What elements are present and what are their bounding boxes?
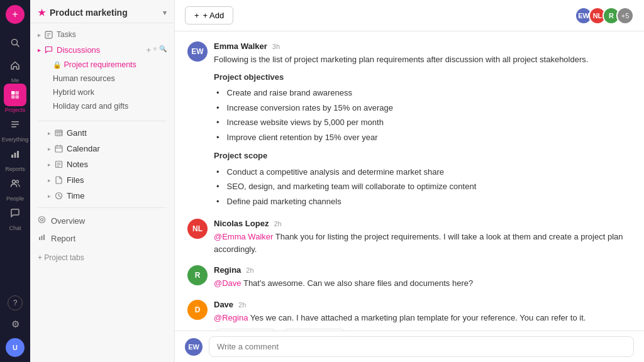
discussions-label: Discussions	[57, 45, 100, 55]
svg-rect-11	[17, 151, 19, 158]
lock-icon: 🔒	[53, 61, 62, 69]
svg-rect-22	[55, 146, 62, 152]
sidebar-item-notes[interactable]: ▸ Notes	[30, 156, 174, 172]
dave-mention: @Regina	[214, 313, 248, 322]
everything-icon[interactable]	[4, 113, 26, 136]
nicolas-message-header: Nicolas Lopez 2h	[214, 219, 631, 228]
regina-message-header: Regina 2h	[214, 265, 631, 275]
home-label: Me	[11, 77, 19, 84]
list-item: Define paid marketing channels	[216, 194, 631, 209]
discussions-actions: + ▿ 🔍	[146, 45, 167, 55]
sidebar-item-calendar[interactable]: ▸ Calendar	[30, 141, 174, 156]
settings-icon[interactable]: ⚙	[4, 313, 26, 336]
report-label: Report	[51, 234, 75, 243]
notes-label: Notes	[67, 160, 88, 169]
list-item: Conduct a competitive analysis and deter…	[216, 165, 631, 180]
svg-rect-8	[11, 126, 16, 128]
svg-line-1	[17, 45, 19, 47]
home-icon[interactable]	[4, 54, 26, 77]
report-icon	[38, 233, 46, 243]
discussions-item[interactable]: ▸ Discussions + ▿ 🔍	[30, 42, 174, 58]
message-nicolas: NL Nicolas Lopez 2h @Emma Walker Thank y…	[187, 219, 631, 255]
dave-time: 2h	[238, 301, 246, 309]
nicolas-mention: @Emma Walker	[214, 232, 273, 241]
svg-point-33	[39, 217, 45, 223]
svg-rect-37	[43, 234, 45, 240]
svg-rect-9	[11, 155, 13, 158]
sidebar-item-hybrid-work[interactable]: Hybrid work	[30, 85, 174, 99]
icon-bar: + Me Projects Everything Repo	[0, 0, 30, 362]
nicolas-message-content: Nicolas Lopez 2h @Emma Walker Thank you …	[214, 219, 631, 255]
regina-mention: @Dave	[214, 278, 242, 288]
help-icon[interactable]: ?	[8, 295, 23, 310]
sidebar-item-project-requirements[interactable]: 🔒 Project requirements	[30, 58, 174, 72]
sidebar-project-header[interactable]: ★ Product marketing ▾	[30, 0, 174, 23]
add-discussion-icon[interactable]: +	[146, 45, 151, 55]
chevron-right-icon: ▸	[38, 31, 41, 38]
svg-rect-7	[11, 124, 19, 125]
comment-input[interactable]	[217, 342, 626, 351]
add-button[interactable]: + + Add	[185, 6, 233, 25]
regina-message-text: @Dave That's awesome. Can we also share …	[214, 277, 631, 290]
current-user-avatar: EW	[185, 338, 203, 356]
tasks-header[interactable]: ▸ Tasks	[30, 27, 174, 42]
sidebar-item-human-resources[interactable]: Human resources	[30, 72, 174, 85]
tasks-section: ▸ Tasks ▸ Discussions + ▿ 🔍 🔒 Project re…	[30, 23, 174, 117]
projects-label: Projects	[5, 107, 26, 113]
project-name: Product marketing	[50, 8, 128, 18]
create-button[interactable]: +	[6, 5, 25, 24]
add-project-tabs[interactable]: + Project tabs	[30, 250, 174, 266]
overview-icon	[38, 216, 46, 226]
filter-icon[interactable]: ▿	[153, 45, 157, 55]
projects-icon[interactable]	[4, 84, 26, 106]
sidebar-item-gantt[interactable]: ▸ Gantt	[30, 125, 174, 141]
chat-icon[interactable]	[4, 202, 26, 224]
main-content: + + Add EW NL R +5 EW Emma Walker 3h Fol…	[175, 0, 644, 362]
nicolas-avatar: NL	[187, 219, 208, 239]
chat-area: EW Emma Walker 3h Following is the list …	[175, 31, 644, 331]
user-avatar[interactable]: U	[6, 338, 25, 357]
sidebar-item-time[interactable]: ▸ Time	[30, 188, 174, 204]
sidebar: ★ Product marketing ▾ ▸ Tasks ▸ Discussi…	[30, 0, 175, 362]
gantt-label: Gantt	[67, 128, 87, 138]
reports-icon[interactable]	[4, 143, 26, 165]
regina-message-content: Regina 2h @Dave That's awesome. Can we a…	[214, 265, 631, 290]
section2-title: Project scope	[214, 150, 631, 162]
calendar-label: Calendar	[67, 144, 100, 153]
svg-rect-36	[42, 236, 43, 240]
avatar-count: +5	[616, 7, 634, 25]
emma-time: 3h	[272, 43, 280, 50]
message-regina: R Regina 2h @Dave That's awesome. Can we…	[187, 265, 631, 290]
people-icon[interactable]	[4, 172, 26, 195]
svg-rect-4	[11, 96, 15, 99]
regina-author: Regina	[214, 265, 241, 275]
search-discussion-icon[interactable]: 🔍	[159, 45, 167, 55]
tasks-label: Tasks	[57, 30, 76, 39]
header-avatars: EW NL R +5	[579, 7, 634, 25]
sidebar-item-report[interactable]: Report	[30, 229, 174, 247]
time-chevron-icon: ▸	[48, 193, 51, 199]
emma-message-content: Emma Walker 3h Following is the list of …	[214, 41, 631, 209]
nicolas-author: Nicolas Lopez	[214, 219, 269, 228]
time-label: Time	[67, 191, 84, 200]
emma-message-text: Following is the list of project marketi…	[214, 53, 631, 209]
sidebar-item-holiday-card[interactable]: Holiday card and gifts	[30, 99, 174, 113]
search-icon[interactable]	[4, 31, 26, 54]
sidebar-item-files[interactable]: ▸ Files	[30, 172, 174, 188]
nicolas-time: 2h	[274, 220, 281, 228]
emma-intro: Following is the list of project marketi…	[214, 55, 588, 64]
gantt-chevron-icon: ▸	[48, 130, 51, 136]
files-chevron-icon: ▸	[48, 177, 51, 184]
svg-point-13	[16, 180, 19, 183]
message-emma: EW Emma Walker 3h Following is the list …	[187, 41, 631, 209]
main-header: + + Add EW NL R +5	[175, 0, 644, 31]
regina-time: 2h	[246, 266, 253, 274]
svg-rect-35	[39, 237, 40, 240]
everything-label: Everything	[2, 136, 29, 143]
project-objectives-list: Create and raise brand awareness Increas…	[214, 85, 631, 145]
people-label: People	[6, 195, 24, 202]
comment-input-wrap[interactable]	[209, 336, 634, 357]
list-item: Create and raise brand awareness	[216, 85, 631, 101]
svg-rect-5	[16, 96, 19, 99]
sidebar-item-overview[interactable]: Overview	[30, 212, 174, 229]
